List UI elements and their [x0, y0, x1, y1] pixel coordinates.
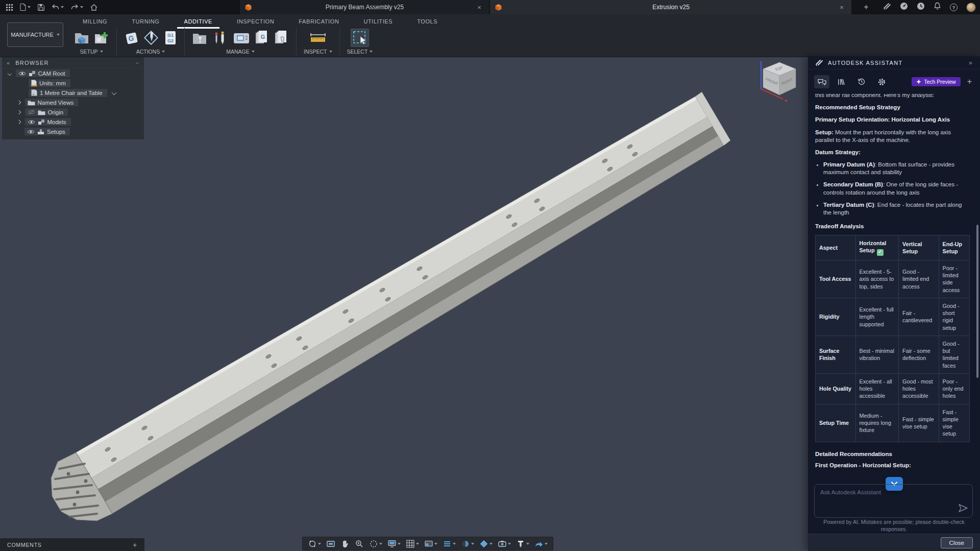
zoom-tool[interactable]	[353, 539, 365, 548]
tab-additive[interactable]: ADDITIVE	[172, 16, 225, 27]
tab-turning[interactable]: TURNING	[119, 16, 172, 27]
user-avatar[interactable]	[966, 3, 976, 12]
measure-icon[interactable]	[309, 31, 327, 45]
chat-tab-icon[interactable]	[814, 75, 829, 88]
save-icon[interactable]	[38, 4, 44, 11]
group-label-actions[interactable]: ACTIONS	[136, 49, 165, 55]
document-tab-primary-beam[interactable]: Primary Beam Assembly v25 ×	[240, 0, 489, 14]
caret-icon	[416, 543, 419, 545]
datum-item: Secondary Datum (B): One of the long sid…	[823, 181, 970, 196]
scrollbar-thumb[interactable]	[976, 225, 978, 378]
fit-view-tool[interactable]	[368, 539, 384, 548]
send-icon[interactable]	[958, 504, 968, 514]
assistant-input-box[interactable]	[814, 484, 973, 518]
tree-item-origin[interactable]: Origin	[2, 107, 144, 117]
job-status-icon[interactable]	[917, 2, 925, 12]
capture-tool[interactable]	[496, 539, 512, 548]
undo-icon[interactable]	[52, 4, 64, 10]
chevron-down-icon[interactable]	[8, 71, 12, 76]
collapse-panel-icon[interactable]: »	[969, 59, 973, 66]
file-menu-icon[interactable]	[20, 4, 31, 11]
machine-library-icon[interactable]	[192, 30, 208, 45]
tree-item-setups[interactable]: Setups	[2, 127, 144, 136]
orbit-tool[interactable]	[306, 539, 323, 548]
nc-programs-icon[interactable]: G	[254, 30, 270, 45]
tree-item-models[interactable]: Models	[2, 117, 144, 127]
look-at-tool[interactable]	[325, 539, 337, 548]
visual-style-tool[interactable]	[478, 539, 494, 548]
close-button[interactable]: Close	[941, 537, 973, 548]
tree-item-model-reference[interactable]: 1 Metre Chair and Table	[2, 88, 144, 98]
tree-item-label: Units: mm	[39, 80, 66, 86]
section-analysis-tool[interactable]	[459, 539, 476, 548]
history-tab-icon[interactable]	[854, 75, 869, 88]
orientation-heading: Primary Setup Orientation: Horizontal Lo…	[815, 116, 970, 124]
comments-bar[interactable]: COMMENTS +	[0, 538, 144, 551]
chevron-down-icon[interactable]	[111, 90, 116, 95]
tree-item-units[interactable]: Units: mm	[2, 78, 144, 88]
display-settings[interactable]	[386, 539, 402, 548]
select-tool-icon[interactable]	[351, 29, 369, 47]
chevron-right-icon[interactable]	[17, 110, 21, 114]
document-tab-extrusion[interactable]: Extrusion v25 ×	[490, 0, 851, 14]
templates-icon[interactable]	[274, 30, 289, 45]
group-label-setup[interactable]: SETUP	[80, 49, 103, 55]
generate-toolpath-icon[interactable]: G	[124, 30, 139, 45]
redo-icon[interactable]	[71, 4, 83, 10]
chevron-right-icon[interactable]	[17, 120, 21, 124]
minimize-panel-icon[interactable]: −	[135, 60, 139, 66]
app-launcher-icon[interactable]	[6, 4, 13, 11]
notifications-bell-icon[interactable]	[934, 2, 941, 12]
viewports-tool[interactable]	[423, 539, 439, 548]
assistant-footer: Close	[808, 534, 980, 551]
collapse-panel-icon[interactable]: «	[7, 60, 10, 66]
fusion-document-icon	[245, 4, 252, 11]
group-label-inspect[interactable]: INSPECT	[304, 49, 332, 55]
caret-icon	[100, 51, 103, 53]
close-tab-icon[interactable]: ×	[475, 4, 484, 11]
workspace-selector[interactable]: MANUFACTURE	[7, 22, 63, 47]
new-tab-button[interactable]: +	[861, 2, 872, 13]
assistant-input-field[interactable]	[815, 485, 972, 517]
named-view-arrow-tool[interactable]	[533, 539, 549, 548]
tree-item-cam-root[interactable]: CAM Root	[2, 68, 144, 78]
tradeoff-table: Aspect Horizontal Setup✓ Vertical Setup …	[815, 235, 970, 442]
chevron-right-icon[interactable]	[17, 101, 21, 105]
setup-paragraph: Setup: Mount the part horizontally with …	[815, 129, 970, 144]
grid-settings[interactable]	[404, 539, 421, 548]
assistant-chat-content[interactable]: this linear rail component. Here's my an…	[808, 94, 980, 483]
pan-tool[interactable]	[339, 539, 351, 548]
group-label-manage[interactable]: MANAGE	[226, 49, 255, 55]
tool-library-icon[interactable]	[212, 30, 229, 45]
help-icon[interactable]: ?	[950, 4, 958, 11]
tab-utilities[interactable]: UTILITIES	[351, 16, 405, 27]
tab-milling[interactable]: MILLING	[70, 16, 119, 27]
eye-visible-icon[interactable]	[27, 129, 35, 134]
eye-hidden-icon[interactable]	[28, 109, 35, 115]
tab-tools[interactable]: TOOLS	[405, 16, 450, 27]
close-tab-icon[interactable]: ×	[837, 4, 846, 11]
add-comment-icon[interactable]: +	[133, 541, 137, 549]
tab-inspection[interactable]: INSPECTION	[225, 16, 286, 27]
layout-list-tool[interactable]	[441, 539, 457, 548]
post-process-icon[interactable]: G1G2	[164, 30, 177, 45]
extensions-icon[interactable]	[900, 2, 908, 12]
view-cube[interactable]: TOP FRONT RIGHT	[761, 61, 796, 102]
group-label-select[interactable]: SELECT	[347, 49, 373, 55]
home-icon[interactable]	[90, 4, 97, 11]
new-chat-icon[interactable]: +	[965, 77, 974, 86]
new-setup-icon[interactable]	[74, 30, 90, 45]
tab-fabrication[interactable]: FABRICATION	[286, 16, 351, 27]
settings-gear-icon[interactable]	[874, 75, 889, 88]
new-folder-icon[interactable]	[94, 30, 109, 45]
assistant-icon[interactable]	[883, 3, 891, 12]
library-tab-icon[interactable]	[834, 75, 849, 88]
simulate-icon[interactable]	[143, 30, 160, 45]
pin-tool[interactable]	[514, 539, 531, 548]
recommended-heading: Recommended Setup Strategy	[815, 104, 970, 111]
tech-preview-badge[interactable]: Tech Preview	[912, 77, 960, 86]
machine-icon[interactable]	[233, 30, 250, 45]
tree-item-named-views[interactable]: Named Views	[2, 98, 144, 107]
eye-visible-icon[interactable]	[28, 119, 35, 125]
eye-visible-icon[interactable]	[18, 71, 26, 76]
